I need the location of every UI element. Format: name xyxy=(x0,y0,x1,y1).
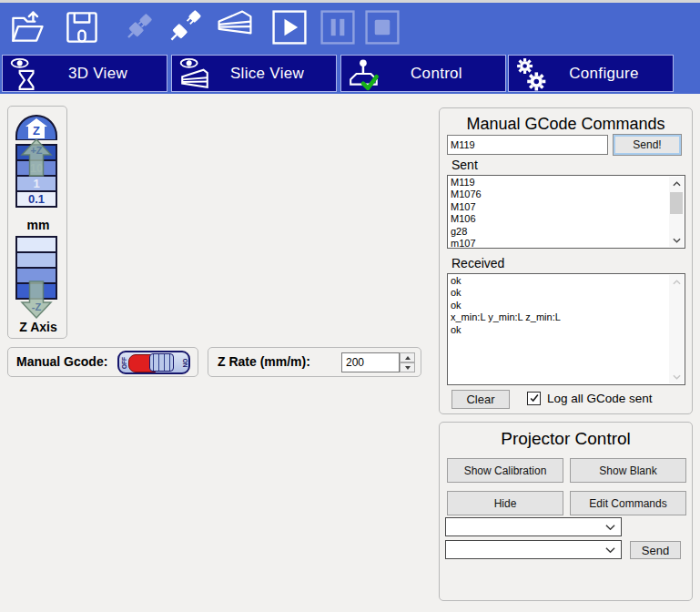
clear-button[interactable]: Clear xyxy=(451,390,510,409)
list-item[interactable]: ok xyxy=(448,287,669,299)
sent-listbox[interactable]: M119M1076M107M106g28m107 xyxy=(447,175,685,249)
eye-slice-icon xyxy=(178,57,211,90)
slice-icon[interactable] xyxy=(215,7,255,47)
list-item[interactable]: M107 xyxy=(448,201,669,213)
tab-label: Control xyxy=(380,65,505,83)
z-down-large-button[interactable] xyxy=(15,282,57,300)
panel-title: Projector Control xyxy=(440,429,692,449)
open-file-icon[interactable] xyxy=(7,7,47,47)
received-scrollbar[interactable] xyxy=(669,275,684,383)
disconnect-icon xyxy=(118,7,158,47)
z-rate-group: Z Rate (mm/m): xyxy=(208,347,421,377)
received-list: okokokx_min:L y_min:L z_min:Lok xyxy=(448,275,669,384)
hide-button[interactable]: Hide xyxy=(447,491,563,515)
manual-gcode-group: Manual Gcode: OFF ON xyxy=(7,347,198,377)
received-label: Received xyxy=(451,256,504,270)
toggle-knob[interactable] xyxy=(149,353,174,372)
log-gcode-checkbox[interactable] xyxy=(527,392,541,405)
list-item[interactable]: M119 xyxy=(448,177,669,189)
svg-text:-Z: -Z xyxy=(32,301,42,312)
list-item[interactable]: g28 xyxy=(448,226,669,238)
projector-send-button[interactable]: Send xyxy=(630,541,681,559)
scroll-down-icon xyxy=(669,370,684,383)
tab-label: 3D View xyxy=(42,65,167,83)
spin-up-button[interactable] xyxy=(400,352,415,362)
received-listbox[interactable]: okokokx_min:L y_min:L z_min:Lok xyxy=(447,273,685,385)
manual-gcode-toggle[interactable]: OFF ON xyxy=(117,351,190,374)
app-window: { "toolbar": { "buttons": [ {"name": "op… xyxy=(0,0,700,612)
list-item[interactable]: ok xyxy=(448,324,669,336)
projector-command-dropdown-2[interactable] xyxy=(445,540,622,559)
list-item[interactable]: ok xyxy=(448,275,669,287)
scroll-up-icon[interactable] xyxy=(669,177,684,190)
z-rate-spinner xyxy=(341,352,416,372)
unit-label: mm xyxy=(8,218,68,232)
stop-icon xyxy=(362,7,402,47)
connect-icon[interactable] xyxy=(164,7,204,47)
tab-label: Slice View xyxy=(211,65,336,83)
list-item[interactable]: ok xyxy=(448,300,669,311)
log-gcode-label: Log all GCode sent xyxy=(547,392,653,405)
main-toolbar xyxy=(0,3,700,53)
toggle-on-label: ON xyxy=(182,354,188,372)
z-step-01-button[interactable]: 0.1 xyxy=(15,190,57,208)
show-blank-button[interactable]: Show Blank xyxy=(570,458,686,483)
panel-title: Manual GCode Commands xyxy=(440,115,692,134)
list-item[interactable]: x_min:L y_min:L z_min:L xyxy=(448,311,669,323)
projector-control-panel: Projector Control Show Calibration Show … xyxy=(439,422,693,601)
z-home-button[interactable]: Z xyxy=(15,115,57,140)
scroll-thumb[interactable] xyxy=(670,192,683,214)
tab-bar: 3D View Slice View Control xyxy=(0,53,700,94)
list-item[interactable]: m107 xyxy=(448,238,669,248)
send-gcode-button[interactable]: Send! xyxy=(613,134,682,156)
z-axis-caption: Z Axis xyxy=(8,320,68,334)
svg-text:Z: Z xyxy=(33,124,40,138)
tab-control[interactable]: Control xyxy=(340,55,506,92)
gears-icon xyxy=(515,57,548,90)
show-calibration-button[interactable]: Show Calibration xyxy=(447,458,563,483)
sent-label: Sent xyxy=(451,158,478,172)
toggle-off-label: OFF xyxy=(121,354,127,372)
z-axis-panel: Z 10 1 0.1 +Z mm -Z Z Axis xyxy=(7,106,67,339)
list-item[interactable]: M106 xyxy=(448,213,669,225)
scroll-down-icon[interactable] xyxy=(669,233,684,247)
chevron-down-icon xyxy=(605,546,615,553)
sent-scrollbar[interactable] xyxy=(669,177,684,247)
z-rate-label: Z Rate (mm/m): xyxy=(218,354,310,369)
up-triangle-icon xyxy=(405,356,411,360)
tab-slice-view[interactable]: Slice View xyxy=(171,55,337,92)
play-icon[interactable] xyxy=(269,7,309,47)
edit-commands-button[interactable]: Edit Commands xyxy=(570,491,686,515)
manual-gcode-commands-panel: Manual GCode Commands Send! Sent M119M10… xyxy=(439,107,693,414)
down-triangle-icon xyxy=(405,366,411,370)
z-rate-input[interactable] xyxy=(341,352,400,372)
pause-icon xyxy=(318,7,358,47)
projector-command-dropdown-1[interactable] xyxy=(445,517,622,536)
joystick-check-icon xyxy=(348,57,380,90)
manual-gcode-label: Manual Gcode: xyxy=(16,354,107,369)
sent-list: M119M1076M107M106g28m107 xyxy=(448,177,669,248)
tab-label: Configure xyxy=(548,65,673,83)
tab-3d-view[interactable]: 3D View xyxy=(2,55,167,92)
chevron-down-icon xyxy=(605,524,615,530)
checkmark-icon xyxy=(529,393,540,403)
spin-down-button[interactable] xyxy=(400,362,415,372)
eye-hourglass-icon xyxy=(9,57,42,90)
gcode-command-input[interactable] xyxy=(447,135,608,155)
tab-configure[interactable]: Configure xyxy=(508,55,674,92)
scroll-up-icon xyxy=(669,275,684,289)
list-item[interactable]: M1076 xyxy=(448,189,669,200)
home-z-icon: Z xyxy=(25,118,48,139)
save-icon[interactable] xyxy=(62,7,102,47)
